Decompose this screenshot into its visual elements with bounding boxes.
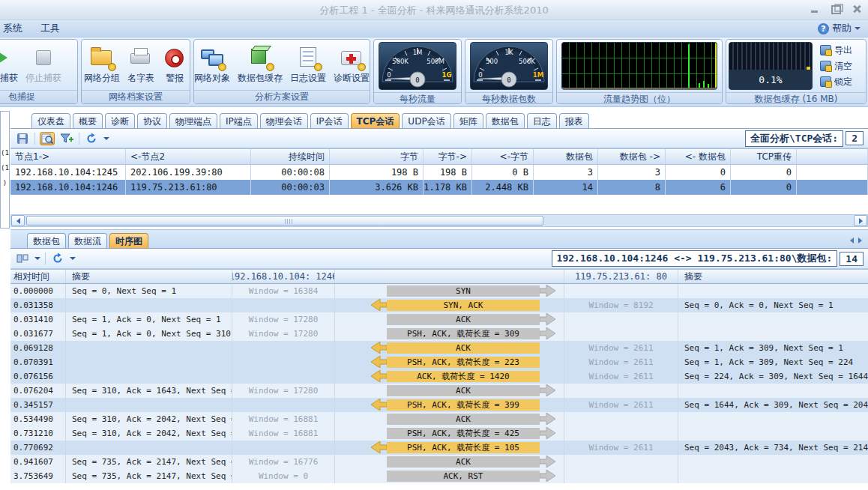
seq-cell: 0.770692 <box>10 441 66 455</box>
seq-row[interactable]: 0.941607Seq = 735, Ack = 2147, Next Seq … <box>10 455 868 469</box>
traffic-gauge: 0 500K 1M 500M 1G 0 <box>379 42 456 90</box>
diagnosis-settings-button[interactable]: 诊断设置 <box>332 45 370 85</box>
scrollbar-thumb[interactable] <box>26 216 543 226</box>
seq-cell: 0.076204 <box>10 384 66 398</box>
column-header[interactable]: <-字节 <box>472 149 534 164</box>
sequence-column-header[interactable] <box>335 270 564 283</box>
tab-12[interactable]: 日志 <box>527 113 557 128</box>
tab-2[interactable]: 诊断 <box>105 113 135 128</box>
locate-icon[interactable] <box>40 132 55 145</box>
sequence-column-header[interactable]: 相对时间 <box>10 270 66 283</box>
start-capture-button[interactable]: 开始捕获 <box>0 45 19 85</box>
seq-row[interactable]: 0.031358SYN, ACKWindow = 8192Seq = 0, Ac… <box>10 298 868 312</box>
tab-scroll-right-icon[interactable] <box>858 238 862 244</box>
refresh-dropdown-icon[interactable] <box>70 257 76 260</box>
seq-cell: Window = 16776 <box>232 455 335 469</box>
tab-8[interactable]: TCP会话 <box>351 113 400 128</box>
tab-5[interactable]: IP端点 <box>220 113 258 128</box>
packet-arrow: PSH, ACK, 载荷长度 = 399 <box>335 399 564 411</box>
tab-9[interactable]: UDP会话 <box>402 113 450 128</box>
table-cell: 0 <box>731 180 797 195</box>
seq-row[interactable]: 0.345157PSH, ACK, 载荷长度 = 399Window = 261… <box>10 398 868 412</box>
stop-capture-button[interactable]: 停止捕获 <box>24 45 63 85</box>
tab-3[interactable]: 协议 <box>137 113 167 128</box>
column-header[interactable]: <-节点2 <box>126 149 251 164</box>
sequence-column-header[interactable]: 192.168.10.104: 1246 <box>232 270 335 283</box>
seq-row[interactable]: 3.753649Seq = 735, Ack = 2147, Next Seq … <box>10 469 868 483</box>
horizontal-scrollbar[interactable] <box>10 214 868 227</box>
seq-cell: Window = 2611 <box>564 341 678 355</box>
seq-cell: PSH, ACK, 载荷长度 = 399 <box>335 398 564 412</box>
tab-11[interactable]: 数据包 <box>486 113 525 128</box>
seq-row[interactable]: 0.031677Seq = 1, Ack = 0, Next Seq = 310… <box>10 327 868 341</box>
tab-scroll-left-icon[interactable] <box>850 238 854 244</box>
log-settings-button[interactable]: 日志设置 <box>289 45 328 85</box>
export-button[interactable]: 导出 <box>820 44 852 57</box>
menu-system[interactable]: 系统 <box>0 20 31 37</box>
sequence-column-header[interactable]: 摘要 <box>66 270 232 283</box>
seq-row[interactable]: 0.070391PSH, ACK, 载荷长度 = 223Window = 261… <box>10 355 868 369</box>
scroll-right-icon[interactable] <box>854 215 867 226</box>
tab-10[interactable]: 矩阵 <box>453 113 483 128</box>
table-cell: 0 <box>731 165 797 180</box>
seq-row[interactable]: 0.069128ACKWindow = 2611Seq = 1, Ack = 3… <box>10 341 868 355</box>
title-bar: 分析工程 1 - 全面分析 - 科来网络通讯分析系统2010 <box>0 0 868 20</box>
detail-tab-0[interactable]: 数据包 <box>27 233 66 248</box>
seq-row[interactable]: 0.731210Seq = 310, Ack = 2042, Next Seq … <box>10 426 868 441</box>
save-icon[interactable] <box>15 132 30 145</box>
seq-row[interactable]: 0.000000Seq = 0, Next Seq = 1Window = 16… <box>10 284 868 298</box>
menu-tools[interactable]: 工具 <box>31 20 69 37</box>
arrow-right-icon <box>540 285 556 297</box>
column-header[interactable]: 字节-> <box>424 149 472 164</box>
tcp-session-table: 节点1-><-节点2持续时间字节字节-><-字节数据包数据包 -><- 数据包T… <box>10 148 868 195</box>
help-button[interactable]: ? 帮助 <box>818 22 861 35</box>
seq-cell: Seq = 1, Ack = 0, Next Seq = 1 <box>66 312 232 327</box>
network-objects-button[interactable]: 网络对象 <box>193 45 232 85</box>
monitors-gear-icon <box>199 46 225 70</box>
tab-0[interactable]: 仪表盘 <box>31 113 70 128</box>
tab-4[interactable]: 物理端点 <box>169 113 217 128</box>
filter-icon[interactable] <box>59 132 74 145</box>
refresh-icon[interactable] <box>84 132 99 145</box>
table-row[interactable]: 192.168.10.104:1246119.75.213.61:8000:00… <box>10 180 868 195</box>
refresh-dropdown-icon[interactable] <box>103 137 109 140</box>
collapsed-panel-strip[interactable]: (1 (1 ) <box>0 111 10 229</box>
column-header[interactable]: 节点1-> <box>10 149 126 164</box>
packet-buffer-button[interactable]: 数据包缓存 <box>236 45 284 85</box>
minimize-icon[interactable] <box>810 4 820 13</box>
columns-icon[interactable] <box>15 252 30 265</box>
detail-tab-1[interactable]: 数据流 <box>68 233 107 248</box>
seq-row[interactable]: 0.076156ACK, 载荷长度 = 1420Window = 2611Seq… <box>10 369 868 384</box>
column-header[interactable]: 持续时间 <box>251 149 330 164</box>
sequence-column-header[interactable]: 119.75.213.61: 80 <box>564 270 678 283</box>
clear-button[interactable]: 清空 <box>820 60 852 73</box>
seq-row[interactable]: 0.031410Seq = 1, Ack = 0, Next Seq = 1Wi… <box>10 312 868 327</box>
column-header[interactable]: 数据包 -> <box>598 149 666 164</box>
column-header[interactable]: 字节 <box>330 149 424 164</box>
alarm-button[interactable]: 警报 <box>160 45 189 85</box>
seq-row[interactable]: 0.534490Seq = 310, Ack = 2042, Next Seq … <box>10 412 868 426</box>
tab-13[interactable]: 报表 <box>559 113 589 128</box>
sequence-column-header[interactable]: 摘要 <box>678 270 868 283</box>
lock-button[interactable]: 锁定 <box>820 76 852 88</box>
arrow-left-icon <box>370 342 387 354</box>
scroll-left-icon[interactable] <box>11 215 25 226</box>
refresh-icon[interactable] <box>50 252 65 265</box>
seq-row[interactable]: 0.076204Seq = 310, Ack = 1643, Next Seq … <box>10 384 868 398</box>
column-header[interactable]: TCP重传 <box>731 149 797 164</box>
table-row[interactable]: 192.168.10.104:1245202.106.199.39:8000:0… <box>10 165 868 180</box>
network-group-button[interactable]: 网络分组 <box>82 45 121 85</box>
tab-7[interactable]: IP会话 <box>310 113 349 128</box>
tab-6[interactable]: 物理会话 <box>260 113 308 128</box>
close-icon[interactable] <box>852 4 862 13</box>
name-table-button[interactable]: 名字表 <box>126 45 156 85</box>
seq-cell <box>66 355 232 369</box>
group-packet-cache: 0.1% 导出 清空 锁定 数据包缓存 <box>726 39 867 104</box>
restore-icon[interactable] <box>831 4 841 13</box>
columns-dropdown-icon[interactable] <box>34 257 40 260</box>
column-header[interactable]: 数据包 <box>534 149 598 164</box>
seq-row[interactable]: 0.770692PSH, ACK, 载荷长度 = 105Window = 261… <box>10 441 868 455</box>
detail-tab-2[interactable]: 时序图 <box>109 233 148 248</box>
column-header[interactable]: <- 数据包 <box>666 149 731 164</box>
tab-1[interactable]: 概要 <box>73 113 103 128</box>
